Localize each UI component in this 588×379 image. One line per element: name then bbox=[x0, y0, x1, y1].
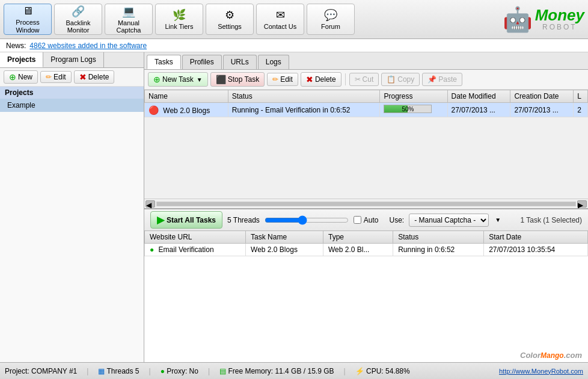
delete-task-label: Delete bbox=[315, 75, 336, 84]
status-project: Project: COMPANY #1 bbox=[5, 367, 77, 375]
contact-us-button[interactable]: ✉ Contact Us bbox=[256, 4, 304, 35]
website-link[interactable]: http://www.MoneyRobot.com bbox=[499, 368, 583, 375]
start-all-tasks-button[interactable]: ▶ Start All Tasks bbox=[150, 211, 222, 229]
lower-table-row[interactable]: ● Email Verification Web 2.0 Blogs Web 2… bbox=[145, 244, 588, 256]
status-proxy: ● Proxy: No bbox=[161, 367, 198, 375]
scrollbar-thumb[interactable] bbox=[157, 202, 575, 206]
tab-logs[interactable]: Logs bbox=[258, 55, 289, 69]
status-sep-1: | bbox=[87, 367, 88, 375]
edit-task-button[interactable]: ✏ Edit bbox=[267, 73, 298, 86]
new-task-button[interactable]: ⊕ New Task ▼ bbox=[148, 72, 208, 87]
cut-label: Cut bbox=[363, 75, 374, 84]
copy-icon: 📋 bbox=[387, 75, 396, 84]
tasks-table: Name Status Progress Date Modified Creat… bbox=[144, 90, 588, 117]
lower-col-status: Status bbox=[393, 231, 484, 244]
tab-projects[interactable]: Projects bbox=[0, 52, 43, 67]
new-icon: ⊕ bbox=[9, 72, 16, 82]
status-sep-3: | bbox=[208, 367, 210, 375]
backlink-monitor-label: BacklinkMonitor bbox=[66, 19, 91, 34]
copy-button[interactable]: 📋 Copy bbox=[381, 73, 420, 86]
threads-slider[interactable] bbox=[265, 215, 349, 225]
tab-program-logs[interactable]: Program Logs bbox=[43, 52, 103, 67]
table-row[interactable]: 🔴 Web 2.0 Blogs Running - Email Verifica… bbox=[145, 103, 588, 117]
stop-icon: ⬛ bbox=[216, 75, 226, 84]
new-label: New bbox=[18, 73, 32, 81]
auto-checkbox[interactable] bbox=[354, 216, 361, 224]
memory-icon: ▤ bbox=[219, 367, 226, 375]
bottom-controls: ▶ Start All Tasks 5 Threads Auto Use: - … bbox=[144, 209, 588, 230]
forum-icon: 💬 bbox=[324, 8, 337, 22]
tasks-scrollbar[interactable]: ◀ ▶ bbox=[144, 199, 588, 208]
separator-1 bbox=[345, 73, 346, 85]
colormango-text: ColorMango.com bbox=[520, 351, 582, 360]
auto-label: Auto bbox=[364, 216, 379, 224]
captcha-select[interactable]: - Manual Captcha - bbox=[409, 214, 489, 227]
threads-icon: ▦ bbox=[98, 367, 105, 375]
contact-us-icon: ✉ bbox=[276, 8, 285, 22]
lower-col-url: Website URL bbox=[145, 231, 246, 244]
tasks-table-scroll[interactable]: Name Status Progress Date Modified Creat… bbox=[144, 90, 588, 199]
main-content: Projects Program Logs ⊕ New ✏ Edit ✖ Del… bbox=[0, 52, 588, 362]
status-sep-4: | bbox=[344, 367, 346, 375]
lower-cell-status: Running in 0:6:52 bbox=[393, 244, 484, 256]
cell-status: Running - Email Verification in 0:6:52 bbox=[228, 103, 380, 117]
cell-creation-date: 27/07/2013 ... bbox=[510, 103, 574, 117]
delete-project-button[interactable]: ✖ Delete bbox=[74, 70, 115, 84]
settings-label: Settings bbox=[218, 23, 242, 30]
right-tab-bar: Tasks Profiles URLs Logs bbox=[144, 52, 588, 70]
manual-captcha-icon: 💻 bbox=[122, 5, 135, 18]
delete-task-icon: ✖ bbox=[306, 75, 313, 84]
paste-button[interactable]: 📌 Paste bbox=[422, 73, 462, 86]
new-project-button[interactable]: ⊕ New bbox=[4, 70, 38, 84]
scrollbar-track[interactable] bbox=[156, 202, 576, 206]
colormango-watermark: ColorMango.com bbox=[520, 350, 582, 360]
edit-icon: ✏ bbox=[46, 73, 52, 81]
settings-icon: ⚙ bbox=[225, 8, 234, 22]
manual-captcha-button[interactable]: 💻 ManualCaptcha bbox=[105, 4, 153, 35]
link-tiers-button[interactable]: 🌿 Link Tiers bbox=[155, 4, 203, 35]
edit-task-label: Edit bbox=[280, 75, 293, 84]
right-panel-container: Tasks Profiles URLs Logs ⊕ New Task ▼ ⬛ … bbox=[144, 52, 588, 362]
tab-tasks[interactable]: Tasks bbox=[147, 55, 181, 69]
scrollbar-left-btn[interactable]: ◀ bbox=[145, 200, 155, 208]
project-group-header: Projects bbox=[0, 87, 144, 99]
auto-checkbox-label: Auto bbox=[354, 216, 379, 224]
cut-button[interactable]: ✂ Cut bbox=[349, 73, 379, 86]
robot-icon: 🤖 bbox=[503, 5, 533, 34]
lower-col-type: Type bbox=[323, 231, 393, 244]
left-tab-bar: Projects Program Logs bbox=[0, 52, 144, 68]
delete-label: Delete bbox=[88, 73, 109, 81]
logo-text: Money bbox=[535, 7, 584, 23]
status-sep-2: | bbox=[149, 367, 151, 375]
status-cpu: ⚡ CPU: 54.88% bbox=[355, 367, 410, 375]
process-window-button[interactable]: 🖥 ProcessWindow bbox=[4, 4, 52, 35]
cpu-icon: ⚡ bbox=[355, 367, 364, 375]
scrollbar-right-btn[interactable]: ▶ bbox=[577, 200, 587, 208]
backlink-monitor-button[interactable]: 🔗 BacklinkMonitor bbox=[54, 4, 102, 35]
stop-task-button[interactable]: ⬛ Stop Task bbox=[210, 72, 265, 87]
left-panel: Projects Program Logs ⊕ New ✏ Edit ✖ Del… bbox=[0, 52, 144, 362]
project-list-empty bbox=[0, 112, 144, 362]
stop-task-label: Stop Task bbox=[228, 75, 259, 84]
task-info: 1 Task (1 Selected) bbox=[521, 216, 583, 224]
settings-button[interactable]: ⚙ Settings bbox=[206, 4, 254, 35]
delete-task-button[interactable]: ✖ Delete bbox=[301, 72, 341, 87]
tab-profiles[interactable]: Profiles bbox=[182, 55, 222, 69]
upper-right: Tasks Profiles URLs Logs ⊕ New Task ▼ ⬛ … bbox=[144, 52, 588, 209]
tab-urls[interactable]: URLs bbox=[223, 55, 257, 69]
running-icon: 🔴 bbox=[149, 105, 159, 115]
news-link[interactable]: 4862 websites added in the software bbox=[29, 42, 147, 50]
threads-slider-container bbox=[265, 215, 349, 225]
status-memory: ▤ Free Memory: 11.4 GB / 15.9 GB bbox=[219, 367, 334, 375]
cell-progress: 50% bbox=[380, 103, 447, 117]
edit-project-button[interactable]: ✏ Edit bbox=[40, 71, 72, 83]
copy-label: Copy bbox=[397, 75, 414, 84]
lower-cell-start: 27/07/2013 10:35:54 bbox=[484, 244, 588, 256]
forum-button[interactable]: 💬 Forum bbox=[307, 4, 355, 35]
cell-name: 🔴 Web 2.0 Blogs bbox=[145, 103, 228, 117]
proxy-value: Proxy: No bbox=[167, 367, 198, 375]
project-item[interactable]: Example bbox=[0, 99, 144, 112]
process-window-icon: 🖥 bbox=[22, 5, 33, 17]
edit-task-icon: ✏ bbox=[272, 75, 278, 84]
contact-us-label: Contact Us bbox=[264, 23, 296, 30]
